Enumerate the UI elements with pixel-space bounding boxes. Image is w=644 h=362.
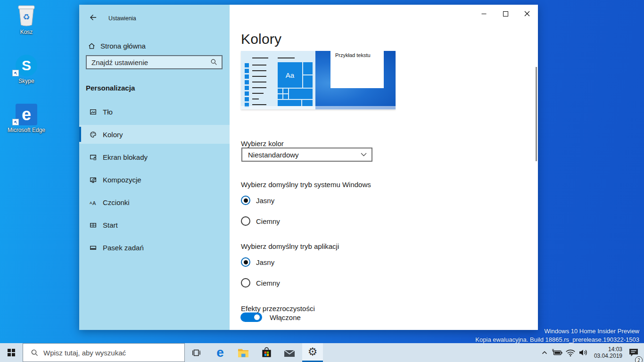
color-dropdown[interactable]: Niestandardowy — [241, 148, 372, 162]
app-mode-dark-radio[interactable]: Ciemny — [241, 278, 280, 288]
action-center-button[interactable]: 2 — [624, 343, 643, 362]
chevron-down-icon — [361, 153, 367, 156]
taskbar-search-box[interactable] — [23, 343, 185, 362]
settings-sidebar: Ustawienia Strona główna Personalizacja … — [79, 5, 230, 330]
content-scrollbar[interactable] — [536, 67, 537, 161]
start-menu-icon — [89, 221, 97, 229]
close-button[interactable] — [516, 5, 538, 23]
clock-time: 14:03 — [590, 346, 622, 353]
palette-icon — [89, 131, 97, 139]
preview-sample-window: Przykład tekstu — [330, 51, 384, 88]
edge-icon: e — [216, 346, 224, 359]
sidebar-item-label: Ekran blokady — [103, 153, 148, 161]
system-tray: 14:03 03.04.2019 2 — [538, 343, 643, 362]
preview-sample-text: Przykład tekstu — [335, 52, 371, 58]
search-icon[interactable] — [209, 58, 222, 66]
radio-selected-icon[interactable] — [241, 257, 250, 267]
windows-mode-light-radio[interactable]: Jasny — [241, 196, 274, 205]
back-button[interactable] — [86, 11, 100, 24]
settings-search-box[interactable] — [86, 55, 223, 69]
themes-icon — [89, 176, 97, 184]
taskbar-mail-button[interactable] — [279, 343, 300, 362]
windows-mode-label: Wybierz domyślny tryb systemu Windows — [241, 181, 371, 189]
radio-label: Jasny — [256, 258, 274, 266]
sidebar-item-themes[interactable]: Kompozycje — [79, 170, 230, 189]
app-mode-label: Wybierz domyślny tryb aplikacji — [241, 242, 339, 250]
choose-color-label: Wybierz kolor — [241, 140, 284, 148]
window-title: Ustawienia — [108, 15, 136, 22]
home-icon — [88, 42, 96, 50]
sidebar-item-fonts[interactable]: AA Czcionki — [79, 193, 230, 212]
sidebar-item-label: Kolory — [103, 131, 123, 139]
maximize-button[interactable] — [495, 5, 516, 23]
sidebar-item-taskbar[interactable]: Pasek zadań — [79, 238, 230, 257]
recycle-bin-icon: ♻ — [4, 4, 49, 27]
notification-badge: 2 — [635, 356, 643, 362]
toggle-state-label: Włączone — [270, 313, 301, 321]
watermark-edition: Windows 10 Home Insider Preview — [544, 327, 639, 336]
desktop-icon-skype[interactable]: S Skype — [4, 53, 49, 84]
preview-aa-tile: Aa — [278, 62, 302, 88]
sidebar-item-colors[interactable]: Kolory — [79, 125, 230, 144]
sidebar-nav: Tło Kolory Ekran blokady Kompozycje — [79, 102, 230, 261]
settings-search-input[interactable] — [87, 58, 209, 66]
sidebar-item-label: Pasek zadań — [103, 244, 144, 252]
app-mode-light-radio[interactable]: Jasny — [241, 257, 274, 267]
background-icon — [89, 108, 97, 116]
radio-label: Ciemny — [256, 217, 280, 225]
transparency-label: Efekty przezroczystości — [241, 304, 315, 313]
fonts-icon: AA — [89, 198, 97, 206]
tray-wifi-button[interactable] — [564, 343, 577, 362]
sidebar-item-label: Kompozycje — [103, 176, 141, 184]
radio-label: Jasny — [256, 197, 274, 205]
tray-battery-button[interactable] — [551, 343, 564, 362]
taskbar-settings-icon — [89, 244, 97, 252]
transparency-toggle-row[interactable]: Włączone — [240, 313, 301, 322]
minimize-button[interactable] — [473, 5, 495, 23]
clock-date: 03.04.2019 — [590, 353, 622, 359]
radio-unselected-icon[interactable] — [241, 216, 250, 226]
desktop-icon-label: Kosz — [4, 29, 49, 35]
desktop-icon-microsoft-edge[interactable]: e Microsoft Edge — [4, 102, 49, 133]
microsoft-store-icon — [261, 346, 272, 359]
windows-mode-dark-radio[interactable]: Ciemny — [241, 216, 280, 226]
start-button[interactable] — [0, 343, 23, 362]
gear-icon: ⚙ — [308, 346, 318, 357]
tray-volume-button[interactable] — [577, 343, 590, 362]
volume-icon — [578, 348, 589, 357]
wifi-icon — [565, 348, 576, 357]
task-view-icon — [191, 348, 201, 358]
taskbar-search-input[interactable] — [43, 349, 184, 357]
chevron-up-icon — [541, 349, 548, 356]
sidebar-item-home[interactable]: Strona główna — [88, 40, 146, 52]
settings-content: Kolory Przykład tekstu Aa — [230, 5, 538, 330]
desktop-icon-recycle-bin[interactable]: ♻ Kosz — [4, 4, 49, 35]
shortcut-arrow-icon — [12, 70, 19, 76]
sidebar-section-header: Personalizacja — [86, 84, 135, 92]
sidebar-item-start[interactable]: Start — [79, 215, 230, 234]
radio-unselected-icon[interactable] — [241, 278, 250, 288]
taskbar-store-button[interactable] — [256, 343, 277, 362]
taskbar-edge-button[interactable]: e — [210, 343, 231, 362]
sidebar-item-label: Tło — [103, 108, 113, 116]
sidebar-item-label: Czcionki — [103, 198, 130, 206]
radio-selected-icon[interactable] — [241, 196, 250, 205]
settings-window: Ustawienia Strona główna Personalizacja … — [79, 5, 538, 330]
selected-indicator — [79, 127, 81, 142]
mail-icon — [283, 348, 296, 357]
taskbar-settings-button[interactable]: ⚙ — [302, 343, 323, 362]
sidebar-item-lock-screen[interactable]: Ekran blokady — [79, 148, 230, 166]
tray-clock[interactable]: 14:03 03.04.2019 — [590, 346, 624, 359]
taskbar-file-explorer-button[interactable] — [233, 343, 254, 362]
svg-text:♻: ♻ — [23, 13, 30, 22]
task-view-button[interactable] — [187, 343, 206, 362]
tray-expand-button[interactable] — [538, 343, 551, 362]
sidebar-item-background[interactable]: Tło — [79, 102, 230, 121]
battery-charging-icon — [552, 348, 563, 357]
radio-label: Ciemny — [256, 279, 280, 287]
desktop-icon-label: Skype — [4, 78, 49, 84]
shortcut-arrow-icon — [12, 119, 19, 125]
window-controls — [473, 5, 538, 23]
toggle-on-icon[interactable] — [240, 313, 262, 322]
desktop-icon-label: Microsoft Edge — [4, 127, 49, 133]
